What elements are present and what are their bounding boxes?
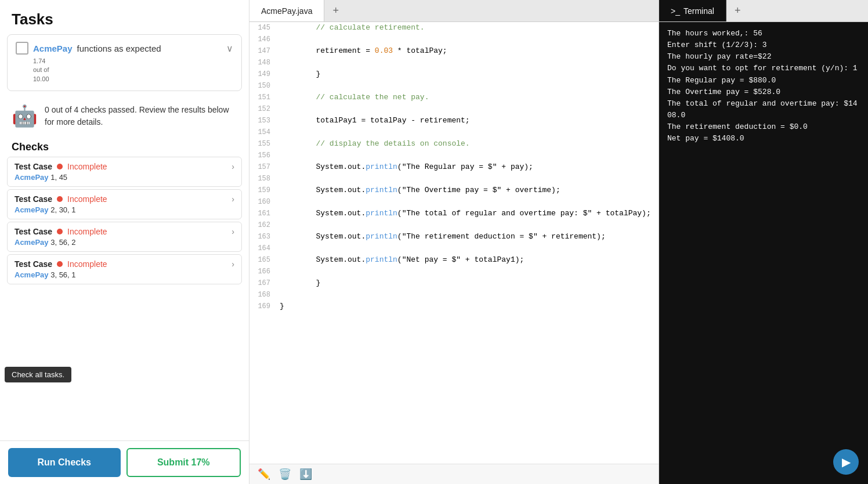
bottom-buttons: Run Checks Submit 17% (0, 440, 249, 484)
line-number: 158 (249, 173, 276, 185)
line-content[interactable]: // calculate retirement. (276, 22, 659, 34)
code-line: 147 retirement = 0.03 * totalPay; (249, 45, 659, 57)
line-number: 157 (249, 161, 276, 173)
task-item: AcmePay functions as expected ∨ 1.74 out… (7, 34, 242, 91)
code-line: 146 (249, 34, 659, 45)
play-button[interactable]: ▶ (833, 449, 859, 475)
terminal-panel: >_ Terminal + The hours worked,: 56Enter… (659, 0, 868, 484)
check-params: AcmePay 3, 56, 2 (15, 238, 234, 247)
check-arrow-icon[interactable]: › (232, 259, 234, 269)
code-line: 153 totalPay1 = totalPay - retirement; (249, 115, 659, 127)
line-number: 165 (249, 254, 276, 266)
terminal-tab-plus[interactable]: + (726, 0, 749, 21)
check-item[interactable]: Test Case Incomplete › AcmePay 3, 56, 2 (7, 222, 242, 252)
check-list: Test Case Incomplete › AcmePay 1, 45 Tes… (0, 157, 249, 440)
line-number: 164 (249, 243, 276, 254)
code-line: 158 (249, 173, 659, 185)
left-panel: Tasks AcmePay functions as expected ∨ 1.… (0, 0, 249, 484)
terminal-tab[interactable]: >_ Terminal (659, 0, 726, 21)
line-content[interactable]: } (276, 68, 659, 80)
line-number: 160 (249, 196, 276, 208)
terminal-line: The hours worked,: 56 (667, 28, 860, 39)
check-dot-icon (57, 261, 63, 267)
code-line: 152 (249, 103, 659, 115)
line-content[interactable]: System.out.println("The retirement deduc… (276, 231, 659, 243)
line-number: 155 (249, 138, 276, 150)
check-param-values: 3, 56, 1 (50, 270, 75, 279)
editor-tab-plus[interactable]: + (324, 0, 347, 21)
tasks-title: Tasks (0, 0, 249, 34)
submit-button[interactable]: Submit 17% (126, 448, 241, 477)
task-checkbox[interactable] (16, 42, 28, 55)
code-line: 151 // calculate the net pay. (249, 92, 659, 103)
line-content[interactable]: } (276, 277, 659, 289)
check-dot-icon (57, 196, 63, 202)
check-item[interactable]: Test Case Incomplete › AcmePay 2, 30, 1 (7, 189, 242, 219)
check-arrow-icon[interactable]: › (232, 162, 234, 171)
terminal-tab-label: Terminal (683, 6, 714, 16)
code-area[interactable]: 145 // calculate retirement.146147 retir… (249, 22, 659, 464)
line-number: 163 (249, 231, 276, 243)
run-checks-button[interactable]: Run Checks (8, 448, 121, 477)
task-title-blue: AcmePay (33, 44, 73, 53)
delete-icon[interactable]: 🗑️ (279, 468, 291, 481)
line-content[interactable]: totalPay1 = totalPay - retirement; (276, 115, 659, 127)
check-status: Incomplete (67, 259, 107, 269)
line-number: 145 (249, 22, 276, 34)
line-number: 151 (249, 92, 276, 103)
edit-icon[interactable]: ✏️ (258, 468, 270, 481)
line-content[interactable]: System.out.println("The Overtime pay = $… (276, 185, 659, 196)
editor-tab-acmepay[interactable]: AcmePay.java (249, 0, 324, 21)
line-number: 161 (249, 208, 276, 219)
check-label: Test Case (15, 194, 52, 204)
code-line: 164 (249, 243, 659, 254)
check-dot-icon (57, 164, 63, 169)
code-line: 148 (249, 57, 659, 68)
line-content[interactable]: System.out.println("The Regular pay = $"… (276, 161, 659, 173)
check-blue-param: AcmePay (15, 238, 49, 247)
terminal-line: The Overtime pay = $528.0 (667, 86, 860, 98)
line-content[interactable]: } (276, 301, 659, 312)
line-number: 162 (249, 219, 276, 231)
line-content[interactable]: System.out.println("The total of regular… (276, 208, 659, 219)
line-number: 168 (249, 289, 276, 301)
terminal-tab-icon: >_ (671, 6, 680, 16)
code-line: 155 // display the details on console. (249, 138, 659, 150)
line-content[interactable]: retirement = 0.03 * totalPay; (276, 45, 659, 57)
line-content[interactable]: // calculate the net pay. (276, 92, 659, 103)
check-label: Test Case (15, 227, 52, 236)
task-chevron-icon[interactable]: ∨ (226, 43, 233, 54)
terminal-tabs: >_ Terminal + (659, 0, 868, 22)
code-line: 157 System.out.println("The Regular pay … (249, 161, 659, 173)
check-item[interactable]: Test Case Incomplete › AcmePay 1, 45 (7, 157, 242, 187)
check-blue-param: AcmePay (15, 173, 49, 182)
download-icon[interactable]: ⬇️ (299, 468, 312, 481)
terminal-line: Do you want to opt for retirement (y/n):… (667, 63, 860, 74)
terminal-line: The retirement deduction = $0.0 (667, 121, 860, 133)
editor-tabs: AcmePay.java + (249, 0, 659, 22)
check-label: Test Case (15, 259, 52, 269)
check-arrow-icon[interactable]: › (232, 227, 234, 236)
robot-text: 0 out of 4 checks passed. Review the res… (45, 104, 237, 128)
line-number: 159 (249, 185, 276, 196)
line-number: 166 (249, 266, 276, 277)
task-score: 1.74 out of 10.00 (33, 57, 233, 84)
line-number: 148 (249, 57, 276, 68)
line-number: 154 (249, 127, 276, 138)
line-number: 150 (249, 80, 276, 92)
line-number: 169 (249, 301, 276, 312)
code-editor-panel: AcmePay.java + 145 // calculate retireme… (249, 0, 659, 484)
terminal-line: Net pay = $1408.0 (667, 133, 860, 145)
code-line: 160 (249, 196, 659, 208)
line-content[interactable]: // display the details on console. (276, 138, 659, 150)
check-params: AcmePay 3, 56, 1 (15, 270, 234, 279)
check-param-values: 2, 30, 1 (50, 205, 75, 214)
code-line: 154 (249, 127, 659, 138)
check-arrow-icon[interactable]: › (232, 194, 234, 204)
terminal-line: The total of regular and overtime pay: $… (667, 98, 860, 121)
robot-section: 🤖 0 out of 4 checks passed. Review the r… (0, 96, 249, 136)
terminal-body[interactable]: The hours worked,: 56Enter shift (1/2/3)… (659, 22, 868, 484)
line-content[interactable]: System.out.println("Net pay = $" + total… (276, 254, 659, 266)
code-line: 168 (249, 289, 659, 301)
check-item[interactable]: Test Case Incomplete › AcmePay 3, 56, 1 (7, 254, 242, 284)
